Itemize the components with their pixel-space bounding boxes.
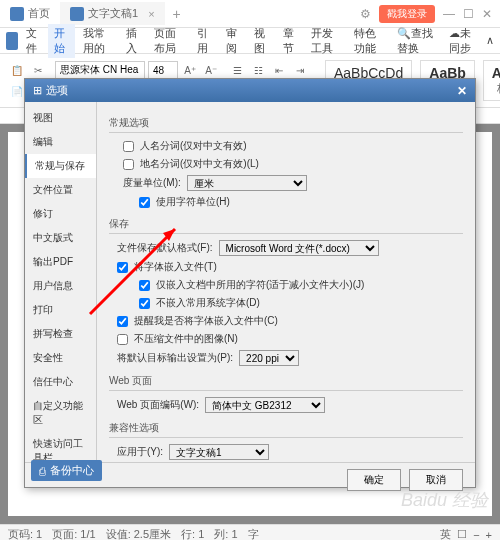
section-general: 常规选项 bbox=[109, 116, 463, 133]
zoom-out-icon[interactable]: − bbox=[473, 529, 479, 541]
dialog-close-icon[interactable]: ✕ bbox=[457, 84, 467, 98]
checkbox-addr-seg[interactable] bbox=[123, 159, 134, 170]
unit-select[interactable]: 厘米 bbox=[187, 175, 307, 191]
menu-start[interactable]: 开始 bbox=[48, 24, 74, 58]
sidebar-item-edit[interactable]: 编辑 bbox=[25, 130, 96, 154]
checkbox-no-compress[interactable] bbox=[117, 334, 128, 345]
dialog-title: 选项 bbox=[46, 83, 68, 98]
status-input[interactable]: 英 bbox=[440, 527, 451, 540]
checkbox-name-seg[interactable] bbox=[123, 141, 134, 152]
menu-special[interactable]: 特色功能 bbox=[348, 24, 389, 58]
backup-center-button[interactable]: ⎙备份中心 bbox=[31, 460, 102, 481]
menu-unsync[interactable]: ☁未同步 bbox=[443, 24, 484, 58]
menu-mine[interactable]: 我常用的 bbox=[77, 24, 118, 58]
checkbox-char-unit[interactable] bbox=[139, 197, 150, 208]
tab-add[interactable]: + bbox=[165, 6, 189, 22]
menu-find[interactable]: 🔍查找替换 bbox=[391, 24, 441, 58]
sidebar-item-custom-ribbon[interactable]: 自定义功能区 bbox=[25, 394, 96, 432]
home-icon bbox=[10, 7, 24, 21]
status-col: 列: 1 bbox=[214, 527, 237, 540]
statusbar: 页码: 1 页面: 1/1 设值: 2.5厘米 行: 1 列: 1 字 英 ☐ … bbox=[0, 524, 500, 540]
dialog-titlebar: ⊞ 选项 ✕ bbox=[25, 79, 475, 102]
sidebar-item-security[interactable]: 安全性 bbox=[25, 346, 96, 370]
checkbox-embed-used[interactable] bbox=[139, 280, 150, 291]
tab-home[interactable]: 首页 bbox=[0, 2, 60, 25]
checkbox-warn-embed[interactable] bbox=[117, 316, 128, 327]
cancel-button[interactable]: 取消 bbox=[409, 469, 463, 491]
section-save: 保存 bbox=[109, 217, 463, 234]
status-chars: 字 bbox=[248, 527, 259, 540]
menubar: 文件 开始 我常用的 插入 页面布局 引用 审阅 视图 章节 开发工具 特色功能… bbox=[0, 28, 500, 54]
menu-dev[interactable]: 开发工具 bbox=[305, 24, 346, 58]
checkbox-no-sysfont[interactable] bbox=[139, 298, 150, 309]
sidebar-item-revision[interactable]: 修订 bbox=[25, 202, 96, 226]
dialog-icon: ⊞ bbox=[33, 84, 42, 97]
status-line: 行: 1 bbox=[181, 527, 204, 540]
section-web: Web 页面 bbox=[109, 374, 463, 391]
sidebar-item-trust[interactable]: 信任中心 bbox=[25, 370, 96, 394]
sidebar-item-cn-layout[interactable]: 中文版式 bbox=[25, 226, 96, 250]
menu-insert[interactable]: 插入 bbox=[120, 24, 146, 58]
zoom-in-icon[interactable]: + bbox=[486, 529, 492, 541]
minimize-icon[interactable]: — bbox=[443, 7, 455, 21]
app-logo-icon[interactable] bbox=[6, 32, 18, 50]
menu-expand-icon[interactable]: ∧ bbox=[486, 34, 494, 47]
indent-dec-icon[interactable]: ⇤ bbox=[270, 61, 288, 79]
settings-icon[interactable]: ⚙ bbox=[360, 7, 371, 21]
view-mode-icon[interactable]: ☐ bbox=[457, 528, 467, 540]
sidebar-item-spell[interactable]: 拼写检查 bbox=[25, 322, 96, 346]
apply-select[interactable]: 文字文稿1 bbox=[169, 444, 269, 460]
login-button[interactable]: 戳我登录 bbox=[379, 5, 435, 23]
menu-layout[interactable]: 页面布局 bbox=[148, 24, 189, 58]
menu-ref[interactable]: 引用 bbox=[191, 24, 217, 58]
web-encoding-select[interactable]: 简体中文 GB2312 bbox=[205, 397, 325, 413]
paste-icon[interactable]: 📋 bbox=[8, 61, 26, 79]
tab-document[interactable]: 文字文稿1× bbox=[60, 2, 165, 25]
section-compat: 兼容性选项 bbox=[109, 421, 463, 438]
sidebar-item-pdf[interactable]: 输出PDF bbox=[25, 250, 96, 274]
dialog-sidebar: 视图 编辑 常规与保存 文件位置 修订 中文版式 输出PDF 用户信息 打印 拼… bbox=[25, 102, 97, 462]
bullets-icon[interactable]: ☰ bbox=[228, 61, 246, 79]
cut-icon[interactable]: ✂ bbox=[29, 61, 47, 79]
backup-icon: ⎙ bbox=[39, 465, 46, 477]
sidebar-item-print[interactable]: 打印 bbox=[25, 298, 96, 322]
grow-font-icon[interactable]: A⁺ bbox=[181, 61, 199, 79]
ok-button[interactable]: 确定 bbox=[347, 469, 401, 491]
indent-inc-icon[interactable]: ⇥ bbox=[291, 61, 309, 79]
numbering-icon[interactable]: ☷ bbox=[249, 61, 267, 79]
checkbox-embed-font[interactable] bbox=[117, 262, 128, 273]
menu-section[interactable]: 章节 bbox=[277, 24, 303, 58]
format-select[interactable]: Microsoft Word 文件(*.docx) bbox=[219, 240, 379, 256]
status-page: 页码: 1 bbox=[8, 527, 42, 540]
menu-view[interactable]: 视图 bbox=[248, 24, 274, 58]
close-icon[interactable]: ✕ bbox=[482, 7, 492, 21]
menu-file[interactable]: 文件 bbox=[20, 24, 46, 58]
dialog-content: 常规选项 人名分词(仅对中文有效) 地名分词(仅对中文有效)(L) 度量单位(M… bbox=[97, 102, 475, 462]
sidebar-item-user[interactable]: 用户信息 bbox=[25, 274, 96, 298]
doc-icon bbox=[70, 7, 84, 21]
options-dialog: ⊞ 选项 ✕ 视图 编辑 常规与保存 文件位置 修订 中文版式 输出PDF 用户… bbox=[24, 78, 476, 488]
ppi-select[interactable]: 220 ppi bbox=[239, 350, 299, 366]
maximize-icon[interactable]: ☐ bbox=[463, 7, 474, 21]
sidebar-item-view[interactable]: 视图 bbox=[25, 106, 96, 130]
style-heading2[interactable]: AaBb(标题 2 bbox=[483, 60, 500, 101]
status-pos: 设值: 2.5厘米 bbox=[106, 527, 171, 540]
size-select[interactable] bbox=[148, 61, 178, 79]
sidebar-item-file-location[interactable]: 文件位置 bbox=[25, 178, 96, 202]
status-pages: 页面: 1/1 bbox=[52, 527, 95, 540]
menu-review[interactable]: 审阅 bbox=[220, 24, 246, 58]
shrink-font-icon[interactable]: A⁻ bbox=[202, 61, 220, 79]
font-select[interactable] bbox=[55, 61, 145, 79]
sidebar-item-general-save[interactable]: 常规与保存 bbox=[25, 154, 96, 178]
